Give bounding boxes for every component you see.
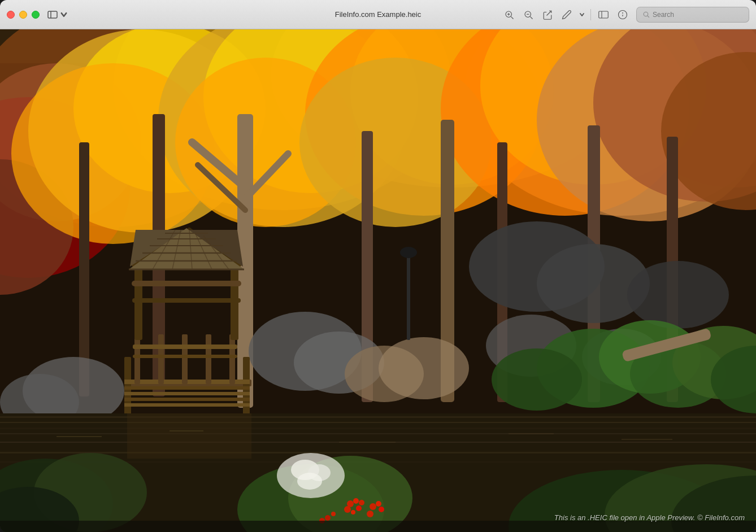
- svg-line-16: [648, 16, 649, 18]
- share-button[interactable]: [538, 6, 557, 24]
- search-icon: [642, 11, 650, 18]
- svg-rect-123: [509, 433, 554, 434]
- svg-rect-122: [339, 442, 396, 443]
- svg-rect-115: [0, 433, 756, 434]
- svg-line-9: [547, 11, 551, 15]
- svg-point-140: [370, 503, 376, 510]
- zoom-in-button[interactable]: [500, 6, 518, 24]
- sidebar-icon: [47, 11, 58, 19]
- svg-rect-82: [158, 334, 164, 384]
- svg-rect-83: [182, 334, 188, 384]
- svg-rect-119: [127, 413, 251, 459]
- markup-dropdown-button[interactable]: [577, 6, 587, 24]
- maximize-button[interactable]: [32, 11, 40, 19]
- svg-rect-150: [0, 521, 756, 532]
- close-button[interactable]: [7, 11, 15, 19]
- svg-rect-80: [124, 403, 250, 407]
- info-icon: [618, 10, 628, 20]
- svg-line-3: [511, 16, 513, 19]
- svg-point-138: [359, 500, 364, 505]
- svg-line-7: [530, 16, 532, 19]
- svg-point-139: [351, 510, 355, 514]
- svg-point-135: [353, 498, 359, 504]
- svg-point-145: [331, 512, 336, 516]
- image-area: This is an .HEIC file open in Apple Prev…: [0, 29, 756, 532]
- sidebar-toggle-button[interactable]: [44, 8, 72, 21]
- pencil-icon: [562, 10, 572, 20]
- svg-point-142: [367, 511, 373, 517]
- svg-point-69: [379, 337, 469, 399]
- svg-point-15: [644, 12, 648, 16]
- svg-rect-77: [124, 386, 250, 390]
- svg-point-72: [400, 247, 417, 258]
- svg-rect-0: [48, 11, 57, 18]
- markup-chevron-icon: [579, 12, 585, 18]
- svg-point-141: [376, 501, 381, 507]
- svg-point-64: [492, 348, 582, 411]
- toolbar-actions: [500, 6, 749, 24]
- svg-rect-86: [133, 345, 237, 349]
- svg-rect-124: [622, 439, 672, 440]
- annotate-button[interactable]: [558, 6, 576, 24]
- window-title: FileInfo.com Example.heic: [335, 10, 421, 19]
- svg-rect-121: [170, 430, 203, 431]
- svg-rect-79: [124, 398, 250, 401]
- svg-rect-117: [0, 452, 756, 453]
- svg-rect-78: [124, 392, 250, 395]
- svg-rect-10: [599, 11, 609, 18]
- zoom-in-icon: [504, 10, 514, 20]
- zoom-out-icon: [523, 10, 533, 20]
- svg-point-137: [356, 505, 362, 511]
- svg-point-55: [627, 261, 729, 329]
- svg-rect-85: [229, 334, 235, 384]
- svg-rect-113: [0, 422, 756, 423]
- divider: [590, 9, 591, 20]
- chevron-down-icon: [59, 11, 69, 19]
- svg-point-133: [297, 473, 322, 490]
- svg-rect-81: [134, 334, 140, 384]
- svg-rect-84: [206, 334, 211, 384]
- search-input[interactable]: [653, 11, 743, 19]
- preview-window: FileInfo.com Example.heic: [0, 0, 756, 532]
- svg-point-143: [379, 507, 384, 512]
- svg-rect-120: [57, 436, 102, 437]
- zoom-out-button[interactable]: [519, 6, 537, 24]
- view-sidebar-icon: [598, 10, 609, 20]
- svg-rect-112: [0, 416, 756, 418]
- autumn-scene-image: [0, 29, 756, 532]
- search-bar[interactable]: [636, 7, 749, 23]
- traffic-lights: [7, 11, 40, 19]
- share-icon: [542, 10, 553, 20]
- svg-point-144: [325, 515, 331, 521]
- titlebar: FileInfo.com Example.heic: [0, 0, 756, 29]
- svg-rect-114: [0, 428, 756, 429]
- view-sidebar-button[interactable]: [594, 6, 612, 24]
- svg-point-136: [344, 506, 351, 513]
- svg-rect-87: [133, 355, 237, 358]
- svg-rect-71: [407, 250, 410, 340]
- info-button[interactable]: [614, 6, 632, 24]
- minimize-button[interactable]: [19, 11, 27, 19]
